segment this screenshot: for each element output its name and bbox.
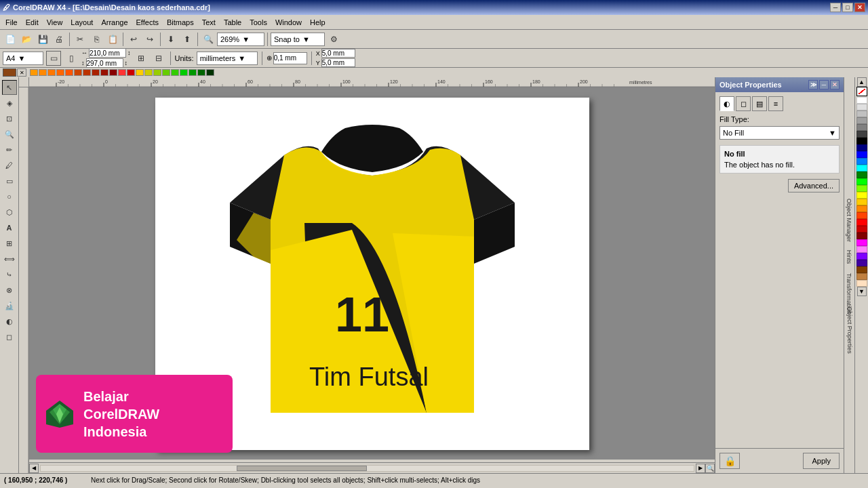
yellow-swatch[interactable]	[856, 192, 867, 199]
color-swatch[interactable]	[109, 69, 117, 76]
yellow-green-swatch[interactable]	[856, 185, 867, 192]
undo-button[interactable]: ↩	[126, 32, 141, 47]
blue-swatch[interactable]	[856, 151, 867, 158]
menu-item-effects[interactable]: Effects	[132, 17, 163, 28]
color-swatch[interactable]	[206, 69, 214, 76]
scroll-right-button[interactable]: ▶	[696, 464, 705, 473]
paste-button[interactable]: 📋	[105, 32, 120, 47]
zoom-canvas-button[interactable]: 🔍	[705, 464, 715, 473]
color-swatch[interactable]	[136, 69, 144, 76]
menu-item-table[interactable]: Table	[220, 17, 245, 28]
dark-green-swatch[interactable]	[856, 171, 867, 178]
table-tool[interactable]: ⊞	[2, 236, 17, 251]
panel-expand-button[interactable]: ≫	[808, 80, 818, 89]
freehand-tool[interactable]: ✏	[2, 142, 17, 157]
color-swatch[interactable]	[189, 69, 197, 76]
bleed-btn[interactable]: ⊟	[151, 51, 166, 66]
snap-settings-button[interactable]: ⚙	[326, 32, 341, 47]
outline-tab[interactable]: ◻	[736, 96, 751, 111]
timeline-btn[interactable]	[3, 68, 16, 77]
outline-tool[interactable]: ◻	[2, 329, 17, 344]
color-swatch[interactable]	[153, 69, 161, 76]
orange-red-swatch[interactable]	[856, 212, 867, 219]
polygon-tool[interactable]: ⬡	[2, 205, 17, 220]
crop-tool[interactable]: ⊡	[2, 111, 17, 126]
palette-down-button[interactable]: ▼	[857, 287, 867, 296]
lock-button[interactable]: 🔒	[719, 453, 740, 469]
color-swatch[interactable]	[92, 69, 100, 76]
y-coord-input[interactable]	[321, 58, 355, 67]
color-swatch[interactable]	[83, 69, 91, 76]
drawing-canvas[interactable]: 11 Tim Futsal Belajar	[29, 87, 715, 460]
tan-swatch[interactable]	[856, 273, 867, 280]
panel-close-button[interactable]: ✕	[830, 80, 840, 89]
page-height-input[interactable]	[86, 58, 123, 68]
save-button[interactable]: 💾	[35, 32, 50, 47]
object-manager-label[interactable]: Object Manager	[846, 199, 853, 242]
export-button[interactable]: ⬆	[180, 32, 195, 47]
fill-tab[interactable]: ◐	[719, 96, 734, 111]
light-gray2-swatch[interactable]	[856, 110, 867, 117]
snap-to-dropdown[interactable]: Snap to ▼	[271, 33, 325, 46]
copy-button[interactable]: ⎘	[89, 32, 104, 47]
dimension-tool[interactable]: ⟺	[2, 251, 17, 266]
landscape-btn[interactable]: ▯	[64, 51, 79, 66]
magenta-swatch[interactable]	[856, 239, 867, 246]
maroon-swatch[interactable]	[856, 232, 867, 239]
menu-item-layout[interactable]: Layout	[66, 17, 97, 28]
zoom-tool[interactable]: 🔍	[2, 127, 17, 142]
color-swatch[interactable]	[197, 69, 205, 76]
scroll-track[interactable]	[40, 465, 694, 472]
blend-tool[interactable]: ⊗	[2, 283, 17, 298]
color-swatch[interactable]	[180, 69, 188, 76]
open-button[interactable]: 📂	[19, 32, 34, 47]
cut-button[interactable]: ✂	[73, 32, 87, 47]
redo-button[interactable]: ↪	[142, 32, 157, 47]
color-swatch[interactable]	[100, 69, 108, 76]
maximize-button[interactable]: □	[842, 3, 853, 12]
color-swatch[interactable]	[162, 69, 170, 76]
units-toggle-btn[interactable]: ⊞	[134, 51, 149, 66]
dark-red-swatch[interactable]	[856, 226, 867, 232]
print-button[interactable]: 🖨	[52, 32, 66, 47]
portrait-btn[interactable]: ▭	[46, 51, 61, 66]
zoom-in-button[interactable]: 🔍	[201, 32, 216, 47]
black-swatch[interactable]	[856, 138, 867, 144]
ellipse-tool[interactable]: ○	[2, 189, 17, 204]
menu-item-tools[interactable]: Tools	[245, 17, 271, 28]
green-swatch[interactable]	[856, 178, 867, 185]
page-size-dropdown[interactable]: A4 ▼	[3, 52, 43, 65]
menu-item-text[interactable]: Text	[198, 17, 220, 28]
menu-item-file[interactable]: File	[1, 17, 22, 28]
color-swatch[interactable]	[47, 69, 56, 76]
color-swatch[interactable]	[56, 69, 64, 76]
no-fill-swatch[interactable]	[856, 87, 867, 96]
pink-swatch[interactable]	[856, 246, 867, 253]
menu-item-arrange[interactable]: Arrange	[97, 17, 132, 28]
shape-tool[interactable]: ◈	[2, 96, 17, 110]
scroll-thumb[interactable]	[237, 466, 368, 471]
advanced-button[interactable]: Advanced...	[788, 179, 840, 192]
text-tool[interactable]: A	[2, 220, 17, 235]
orange-swatch[interactable]	[856, 205, 867, 212]
minimize-button[interactable]: ─	[830, 3, 841, 12]
fill-type-dropdown[interactable]: No Fill ▼	[719, 126, 840, 140]
panel-minimize-button[interactable]: ─	[819, 80, 829, 89]
dark-gray-swatch[interactable]	[856, 131, 867, 138]
connector-tool[interactable]: ⤷	[2, 267, 17, 282]
color-swatch[interactable]	[39, 69, 47, 76]
color-swatch[interactable]	[144, 69, 153, 76]
import-button[interactable]: ⬇	[163, 32, 178, 47]
color-swatch[interactable]	[171, 69, 179, 76]
light-gray1-swatch[interactable]	[856, 104, 867, 110]
menu-item-edit[interactable]: Edit	[22, 17, 43, 28]
color-swatch[interactable]	[127, 69, 135, 76]
select-tool[interactable]: ↖	[2, 80, 17, 95]
menu-item-help[interactable]: Help	[306, 17, 330, 28]
eyedropper-tool[interactable]: 🔬	[2, 298, 17, 313]
color-swatch[interactable]	[74, 69, 82, 76]
palette-up-button[interactable]: ▲	[857, 77, 867, 87]
peach-swatch[interactable]	[856, 280, 867, 287]
gray-swatch[interactable]	[856, 124, 867, 131]
hints-label[interactable]: Hints	[846, 250, 853, 264]
